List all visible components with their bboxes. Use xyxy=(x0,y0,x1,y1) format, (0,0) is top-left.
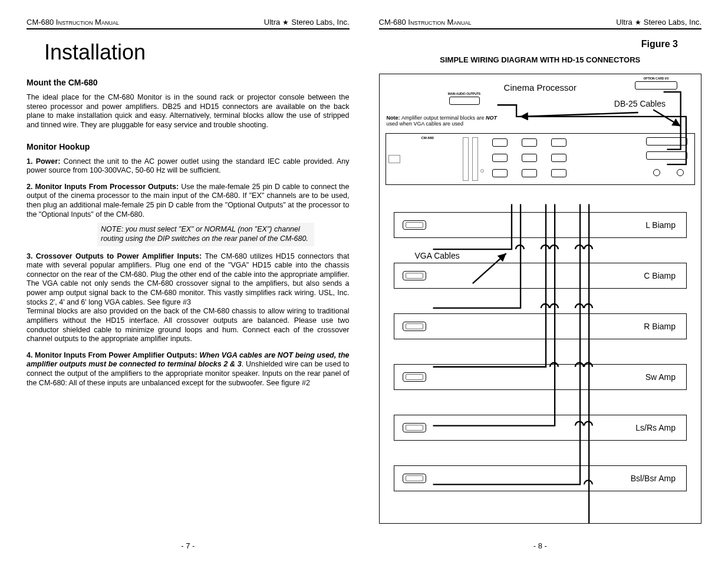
vga-port-icon xyxy=(522,154,537,162)
db25-port-icon xyxy=(646,151,687,160)
heading-mount: Mount the CM-680 xyxy=(27,78,350,87)
header-left-text: CM-680 Instruction Manual xyxy=(27,18,119,27)
heading-hookup: Monitor Hookup xyxy=(27,142,350,151)
figure-subtitle: SIMPLE WIRING DIAGRAM WITH HD-15 CONNECT… xyxy=(379,55,702,64)
main-audio-connector-icon xyxy=(449,97,480,105)
diagram-note: Note: Amplifier output terminal blocks a… xyxy=(387,115,505,127)
star-icon: ★ xyxy=(635,18,641,27)
hd15-connector-icon xyxy=(403,220,426,230)
hd15-connector-icon xyxy=(403,271,426,280)
vga-port-icon xyxy=(522,169,537,177)
hd15-connector-icon xyxy=(403,423,426,432)
hd15-connector-icon xyxy=(403,372,426,382)
db25-cables-label: DB-25 Cables xyxy=(614,99,666,108)
para-crossover: 3. Crossover Outputs to Power Amplifier … xyxy=(27,252,350,308)
amp-label: Bsl/Bsr Amp xyxy=(631,474,676,483)
amp-label: C Biamp xyxy=(644,271,676,280)
para-amp-outputs: 4. Monitor Inputs From Power Amplifier O… xyxy=(27,351,350,388)
para-power: 1. Power: Connect the unit to the AC pow… xyxy=(27,157,350,176)
page-number-left: - 7 - xyxy=(27,530,350,550)
amp-box: L Biamp xyxy=(394,212,687,238)
hd15-connector-icon xyxy=(403,474,426,483)
option-card-label: OPTION CARD I/O xyxy=(635,77,677,80)
bypass-port-icon xyxy=(653,169,660,176)
main-audio-label: MAIN AUDIO OUTPUTS xyxy=(447,92,482,95)
amp-label: R Biamp xyxy=(644,322,676,331)
hd15-connector-icon xyxy=(403,322,426,331)
cm680-label: CM-680 xyxy=(421,136,434,140)
figure-title: Figure 3 xyxy=(379,39,678,49)
amp-label: L Biamp xyxy=(645,220,676,230)
vga-port-icon xyxy=(492,138,508,147)
vga-port-icon xyxy=(551,169,566,177)
vga-port-icon xyxy=(492,169,508,177)
power-port-icon xyxy=(677,169,684,176)
amp-box: Sw Amp xyxy=(394,364,687,390)
amp-box: C Biamp xyxy=(394,263,687,289)
vga-port-icon xyxy=(551,138,566,147)
option-card-connector-icon xyxy=(635,81,677,90)
header-right-text: Ultra ★ Stereo Labs, Inc. xyxy=(264,18,350,27)
star-icon: ★ xyxy=(282,18,289,27)
vga-port-icon xyxy=(551,154,566,162)
amp-label: Ls/Rs Amp xyxy=(635,423,676,432)
header-left-text-r: CM-680 Instruction Manual xyxy=(379,18,472,27)
page-title: Installation xyxy=(44,40,350,65)
para-crossover-2: Terminal blocks are also provided on the… xyxy=(27,307,350,344)
vga-port-icon xyxy=(522,138,537,147)
page-number-right: - 8 - xyxy=(379,530,702,550)
amp-label: Sw Amp xyxy=(645,372,676,382)
page-right: CM-680 Instruction Manual Ultra ★ Stereo… xyxy=(364,18,717,550)
amp-box: Bsl/Bsr Amp xyxy=(394,465,687,491)
db25-port-icon xyxy=(646,137,687,146)
header-row-right: CM-680 Instruction Manual Ultra ★ Stereo… xyxy=(379,18,702,29)
header-right-text-r: Ultra ★ Stereo Labs, Inc. xyxy=(616,18,701,27)
amp-box: R Biamp xyxy=(394,313,687,339)
wiring-diagram: Cinema Processor OPTION CARD I/O MAIN AU… xyxy=(379,74,702,524)
para-mount: The ideal place for the CM-680 Monitor i… xyxy=(27,93,350,130)
vga-port-icon xyxy=(492,154,508,162)
vga-cables-label: VGA Cables xyxy=(415,251,460,260)
note-box: NOTE: you must select "EX" or NORMAL (no… xyxy=(97,223,314,246)
para-proc-outputs: 2. Monitor Inputs From Processor Outputs… xyxy=(27,183,350,220)
header-row-left: CM-680 Instruction Manual Ultra ★ Stereo… xyxy=(27,18,350,29)
amp-box: Ls/Rs Amp xyxy=(394,415,687,441)
cm680-unit: CM-680 xyxy=(386,133,696,185)
page-left: CM-680 Instruction Manual Ultra ★ Stereo… xyxy=(12,18,364,550)
